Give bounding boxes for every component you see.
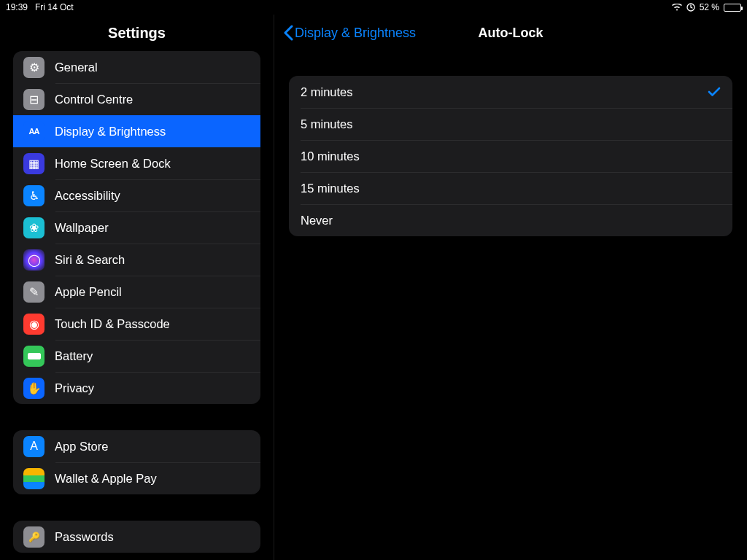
- status-bar: 19:39 Fri 14 Oct 52 %: [0, 0, 747, 15]
- sidebar-item-label: Accessibility: [55, 189, 120, 203]
- auto-lock-option[interactable]: 2 minutes: [289, 76, 732, 108]
- sidebar-item-label: Battery: [55, 349, 93, 363]
- auto-lock-option[interactable]: 10 minutes: [289, 140, 732, 172]
- key-icon: 🔑: [23, 526, 44, 548]
- option-label: 5 minutes: [301, 117, 353, 131]
- sidebar-item-app-store[interactable]: AApp Store: [13, 430, 260, 462]
- sidebar-item-wallet[interactable]: Wallet & Apple Pay: [13, 462, 260, 494]
- sidebar-item-label: Privacy: [55, 381, 94, 395]
- battery-icon: [724, 4, 741, 12]
- sidebar-item-label: Touch ID & Passcode: [55, 317, 170, 331]
- sidebar-item-label: Home Screen & Dock: [55, 157, 171, 171]
- sidebar-group: ⚙︎General⊟Control CentreAADisplay & Brig…: [13, 51, 260, 404]
- chevron-left-icon: [283, 25, 293, 41]
- sidebar-item-passwords[interactable]: 🔑Passwords: [13, 521, 260, 553]
- detail-pane: Display & Brightness Auto-Lock 2 minutes…: [274, 15, 747, 560]
- wallet-icon: [23, 468, 44, 489]
- sidebar-item-label: Siri & Search: [55, 253, 125, 267]
- sidebar-group: AApp StoreWallet & Apple Pay: [13, 430, 260, 494]
- sidebar-item-label: Wallpaper: [55, 221, 109, 235]
- battery-percent: 52 %: [700, 2, 719, 12]
- person-circle-icon: ♿︎: [23, 185, 44, 206]
- sidebar-item-wallpaper[interactable]: ❀Wallpaper: [13, 211, 260, 244]
- back-button[interactable]: Display & Brightness: [283, 25, 416, 41]
- auto-lock-option[interactable]: 15 minutes: [289, 172, 732, 204]
- hand-icon: ✋: [23, 378, 44, 399]
- fingerprint-icon: ◉: [23, 314, 44, 335]
- grid-icon: ▦: [23, 153, 44, 174]
- sidebar-item-label: Apple Pencil: [55, 285, 122, 299]
- sidebar-item-general[interactable]: ⚙︎General: [13, 51, 260, 83]
- option-label: 15 minutes: [301, 182, 360, 195]
- wifi-icon: [672, 4, 682, 11]
- auto-lock-options: 2 minutes5 minutes10 minutes15 minutesNe…: [289, 76, 732, 236]
- sidebar-item-label: Display & Brightness: [55, 125, 166, 139]
- auto-lock-option[interactable]: 5 minutes: [289, 108, 732, 140]
- sidebar-title: Settings: [0, 15, 274, 51]
- sidebar-item-label: App Store: [55, 440, 108, 454]
- checkmark-icon: [708, 87, 721, 97]
- sidebar-group: 🔑Passwords: [13, 521, 260, 553]
- auto-lock-option[interactable]: Never: [289, 204, 732, 236]
- sidebar-item-display[interactable]: AADisplay & Brightness: [13, 115, 260, 147]
- sidebar-item-label: General: [55, 61, 98, 74]
- orientation-lock-icon: [686, 3, 695, 12]
- back-label: Display & Brightness: [295, 26, 416, 41]
- siri-icon: ◯: [23, 249, 44, 271]
- flower-icon: ❀: [23, 217, 44, 238]
- sidebar-item-label: Control Centre: [55, 93, 133, 106]
- battery-icon: [23, 346, 44, 367]
- sidebar-item-home-screen[interactable]: ▦Home Screen & Dock: [13, 147, 260, 179]
- sidebar-item-privacy[interactable]: ✋Privacy: [13, 372, 260, 404]
- sidebar-item-siri[interactable]: ◯Siri & Search: [13, 244, 260, 276]
- status-date: Fri 14 Oct: [35, 2, 74, 12]
- sidebar-item-pencil[interactable]: ✎Apple Pencil: [13, 276, 260, 308]
- option-label: Never: [301, 214, 333, 228]
- option-label: 2 minutes: [301, 85, 353, 99]
- option-label: 10 minutes: [301, 149, 360, 163]
- sidebar-item-touchid[interactable]: ◉Touch ID & Passcode: [13, 308, 260, 340]
- sidebar-item-label: Passwords: [55, 530, 114, 544]
- aa-icon: AA: [23, 121, 44, 142]
- appstore-icon: A: [23, 436, 44, 457]
- sidebar-item-control-centre[interactable]: ⊟Control Centre: [13, 83, 260, 115]
- settings-sidebar: Settings ⚙︎General⊟Control CentreAADispl…: [0, 15, 274, 560]
- gear-icon: ⚙︎: [23, 57, 44, 78]
- pencil-icon: ✎: [23, 281, 44, 303]
- sidebar-item-accessibility[interactable]: ♿︎Accessibility: [13, 179, 260, 211]
- sidebar-item-label: Wallet & Apple Pay: [55, 472, 157, 486]
- sidebar-item-battery[interactable]: Battery: [13, 340, 260, 372]
- status-time: 19:39: [6, 2, 28, 12]
- switches-icon: ⊟: [23, 89, 44, 110]
